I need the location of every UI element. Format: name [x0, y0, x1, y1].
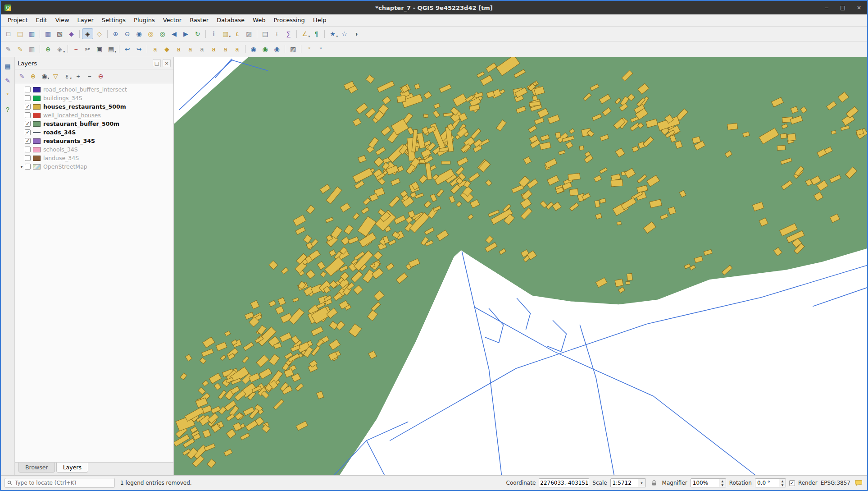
locator-box[interactable] — [5, 478, 115, 488]
layer-styling-panel-button[interactable]: ✎ — [2, 75, 14, 86]
layer-row-houses_restaurants_500m[interactable]: ✓houses_restaurants_500m — [15, 102, 173, 111]
remove-layer-button[interactable]: ⊖ — [95, 71, 106, 81]
menu-database[interactable]: Database — [213, 15, 249, 25]
menu-plugins[interactable]: Plugins — [130, 15, 159, 25]
save-layer-edits-button[interactable]: ▥ — [26, 44, 37, 55]
zoom-full-button[interactable]: ◉ — [133, 28, 145, 39]
pan-to-selection-button[interactable]: ◇ — [94, 28, 105, 39]
layout-manager-button[interactable]: ▧ — [54, 28, 65, 39]
filter-by-expression-button[interactable]: ε▾ — [62, 71, 72, 81]
layer-checkbox[interactable] — [25, 95, 31, 101]
zoom-out-button[interactable]: ⊖ — [122, 28, 133, 39]
layer-row-well_located_houses[interactable]: well_located_houses — [15, 111, 173, 119]
zoom-in-button[interactable]: ⊕ — [110, 28, 121, 39]
style-manager-button[interactable]: ◆ — [66, 28, 77, 39]
identify-features-button[interactable]: i — [208, 28, 219, 39]
menu-settings[interactable]: Settings — [98, 15, 130, 25]
layer-checkbox[interactable] — [25, 147, 31, 152]
show-bookmarks-button[interactable]: ☆ — [339, 28, 350, 39]
chevron-down-icon[interactable]: ▾ — [638, 479, 645, 487]
layer-row-landuse_34S[interactable]: landuse_34S — [15, 154, 173, 162]
zoom-next-button[interactable]: ▶ — [180, 28, 191, 39]
rotation-input[interactable] — [755, 479, 779, 487]
menu-raster[interactable]: Raster — [186, 15, 213, 25]
layer-checkbox[interactable] — [25, 112, 31, 118]
layer-checkbox[interactable]: ✓ — [25, 104, 31, 110]
new-project-button[interactable]: □ — [3, 28, 14, 39]
redo-button[interactable]: ↪ — [133, 44, 145, 55]
menu-view[interactable]: View — [51, 15, 73, 25]
layer-row-buildings_34S[interactable]: buildings_34S — [15, 94, 173, 102]
new-print-layout-button[interactable]: ▦ — [42, 28, 54, 39]
map-tips-button[interactable]: ¶ — [311, 28, 322, 39]
layer-row-restaurants_34S[interactable]: ✓restaurants_34S — [15, 137, 173, 145]
rotation-spin[interactable]: ▲ ▼ — [755, 478, 786, 487]
scale-combo[interactable]: ▾ — [610, 478, 646, 487]
panel-close-button[interactable]: × — [163, 59, 171, 67]
scale-lock-button[interactable] — [649, 478, 659, 488]
layer-labeling-button[interactable]: a — [150, 44, 161, 55]
spin-up-icon[interactable]: ▲ — [719, 479, 726, 483]
expander-icon[interactable]: ▾ — [18, 165, 25, 169]
paste-features-button[interactable]: ▤▾ — [105, 44, 117, 55]
metasearch-button[interactable]: ◉ — [248, 44, 259, 55]
layer-row-roads_34S[interactable]: ✓roads_34S — [15, 128, 173, 137]
coordinate-input[interactable] — [539, 478, 589, 487]
move-label-button[interactable]: a — [208, 44, 219, 55]
render-checkbox[interactable]: ✓ — [789, 480, 795, 486]
messages-button[interactable] — [854, 478, 863, 488]
tab-layers[interactable]: Layers — [56, 463, 88, 473]
change-label-button[interactable]: a — [232, 44, 243, 55]
zoom-to-selection-button[interactable]: ◎ — [145, 28, 156, 39]
menu-help[interactable]: Help — [309, 15, 331, 25]
menu-layer[interactable]: Layer — [73, 15, 98, 25]
locator-input[interactable] — [14, 479, 112, 486]
tab-browser[interactable]: Browser — [18, 463, 55, 473]
processing-panel-button[interactable]: * — [2, 90, 14, 101]
layer-checkbox[interactable] — [25, 164, 31, 170]
magnifier-input[interactable] — [691, 479, 719, 487]
toggle-editing-button[interactable]: ✎ — [14, 44, 26, 55]
pan-map-button[interactable]: ◈ — [82, 28, 93, 39]
panel-float-button[interactable]: □ — [153, 59, 161, 67]
scale-input[interactable] — [611, 479, 638, 487]
highlight-labels-button[interactable]: a — [173, 44, 184, 55]
spin-down-icon[interactable]: ▼ — [719, 483, 726, 487]
map-svg[interactable] — [174, 57, 867, 475]
collapse-all-button[interactable]: − — [84, 71, 95, 81]
menu-edit[interactable]: Edit — [32, 15, 51, 25]
crs-indicator[interactable]: EPSG:3857 — [821, 480, 850, 486]
menu-vector[interactable]: Vector — [159, 15, 186, 25]
show-hidden-labels-button[interactable]: a — [196, 44, 208, 55]
refresh-map-button[interactable]: ↻ — [192, 28, 203, 39]
temporal-controller-button[interactable]: ◑ — [350, 28, 362, 39]
menu-project[interactable]: Project — [4, 15, 32, 25]
layer-checkbox[interactable] — [25, 155, 31, 161]
measure-button[interactable]: ∠▾ — [299, 28, 310, 39]
open-project-button[interactable]: ▤ — [14, 28, 26, 39]
layer-checkbox[interactable] — [25, 87, 31, 92]
web-tools-button[interactable]: ◉ — [271, 44, 282, 55]
layer-diagram-button[interactable]: ◆ — [161, 44, 173, 55]
undo-button[interactable]: ↩ — [122, 44, 133, 55]
layer-row-road_school_buffers_intersect[interactable]: road_school_buffers_intersect — [15, 85, 173, 94]
add-feature-button[interactable]: ⊕ — [42, 44, 54, 55]
layer-row-OpenStreetMap[interactable]: ▾OpenStreetMap — [15, 162, 173, 171]
minimize-button[interactable]: − — [818, 1, 835, 14]
layer-row-restaurant_buffer_500m[interactable]: ✓restaurant_buffer_500m — [15, 119, 173, 128]
layer-checkbox[interactable]: ✓ — [25, 129, 31, 135]
layer-checkbox[interactable]: ✓ — [25, 138, 31, 144]
help-panel-button[interactable]: ? — [2, 104, 14, 115]
magnifier-spin[interactable]: ▲ ▼ — [691, 478, 726, 487]
pin-labels-button[interactable]: a — [185, 44, 196, 55]
statistical-summary-button[interactable]: ∑ — [283, 28, 294, 39]
expand-all-button[interactable]: + — [73, 71, 83, 81]
rotate-label-button[interactable]: a — [220, 44, 231, 55]
layer-row-schools_34S[interactable]: schools_34S — [15, 145, 173, 154]
delete-selected-button[interactable]: − — [70, 44, 82, 55]
vertex-tool-button[interactable]: ◈▾ — [54, 44, 65, 55]
copy-features-button[interactable]: ▣ — [94, 44, 105, 55]
open-layer-styling-button[interactable]: ✎ — [17, 71, 27, 81]
processing-toolbox-button[interactable]: * — [304, 44, 315, 55]
current-edits-button[interactable]: ✎ — [3, 44, 14, 55]
